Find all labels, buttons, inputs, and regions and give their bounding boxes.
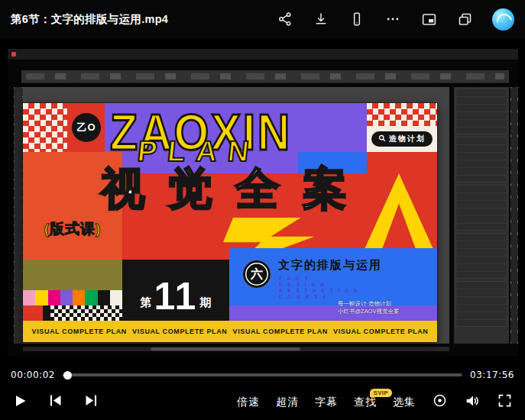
poster-pill-strip: 造物计划 <box>367 126 437 152</box>
lesson-number-circle: 六 <box>243 260 271 288</box>
mobile-button[interactable] <box>348 11 365 27</box>
watermark: 每一帧设计·造物计划 小红书@ZAOV视觉全案 <box>338 300 434 315</box>
color-palette-strip <box>23 290 122 305</box>
black-square <box>43 305 50 321</box>
previous-icon <box>47 393 63 412</box>
download-button[interactable] <box>313 11 329 27</box>
palette-swatch <box>60 290 73 305</box>
issue-suffix: 期 <box>199 293 211 312</box>
panel-box <box>455 89 507 134</box>
footer-band-item: VISUAL COMPLETE PLAN <box>233 328 328 335</box>
panel-box <box>455 281 507 327</box>
top-actions <box>277 8 525 31</box>
poster-checker-bw <box>50 305 122 321</box>
brand-pill-label: 造物计划 <box>389 134 426 144</box>
mini-window-icon <box>457 11 473 27</box>
volume-button[interactable] <box>464 393 481 412</box>
fullscreen-button[interactable] <box>497 393 513 412</box>
top-bar: 第6节：文字的排版与运用.mp4 <box>0 0 525 38</box>
poster-main-title: 视觉全案 <box>101 166 399 212</box>
poster-olive-block <box>23 260 122 290</box>
secondary-controls: 倍速 超清 字幕 查找 SVIP 选集 <box>237 393 513 412</box>
red-square <box>23 305 43 321</box>
playback-controls <box>12 393 99 412</box>
total-time: 03:17:56 <box>470 370 514 380</box>
panel-box <box>455 137 507 183</box>
watermark-line: 每一帧设计·造物计划 <box>338 300 434 308</box>
poster-footer-band: VISUAL COMPLETE PLAN VISUAL COMPLETE PLA… <box>23 321 437 342</box>
footer-band-item: VISUAL COMPLETE PLAN <box>32 328 127 335</box>
panel-box <box>455 185 507 231</box>
canvas-scrollbar <box>23 347 449 351</box>
poster-checker-top-left <box>23 103 67 152</box>
issue-block: 第 11 期 <box>122 260 229 321</box>
more-ellipsis-icon <box>385 11 400 27</box>
poster-left-tag: (版式课) <box>23 219 122 239</box>
target-button[interactable] <box>432 393 448 412</box>
illustrator-canvas: 乙O 造物计划 <box>23 87 449 344</box>
share-button[interactable] <box>277 11 293 27</box>
course-subtitle-line: C O U R S E <box>279 294 359 300</box>
watermark-line: 小红书@ZAOV视觉全案 <box>338 308 434 315</box>
next-button[interactable] <box>83 393 99 412</box>
record-indicator-icon <box>11 52 16 57</box>
footer-band-item: VISUAL COMPLETE PLAN <box>132 328 227 335</box>
poster-checker-top-right <box>367 103 437 126</box>
volume-icon <box>464 393 481 412</box>
course-subtitle-line: A E S T H E T I C S <box>279 288 359 294</box>
play-icon <box>12 393 28 412</box>
palette-swatch <box>85 290 97 305</box>
next-icon <box>83 393 99 412</box>
poster-headline-sub: PLAN <box>136 137 261 166</box>
download-icon <box>313 11 329 27</box>
illustrator-panel-icon-strip <box>510 87 518 344</box>
course-subtitle-line: Z A O V <box>279 276 359 282</box>
progress-row: 00:00:02 03:17:56 <box>0 367 525 383</box>
quality-button[interactable]: 超清 <box>276 396 299 409</box>
video-player-app: 第6节：文字的排版与运用.mp4 <box>0 0 525 420</box>
search-in-video-button[interactable]: 查找 SVIP <box>354 396 377 409</box>
search-icon <box>378 134 386 144</box>
palette-swatch <box>73 290 85 305</box>
poster-artboard: 乙O 造物计划 <box>23 103 437 342</box>
progress-thumb[interactable] <box>63 371 72 380</box>
course-block: 六 文字的排版与运用 Z A O V D E S I G N A E S T H… <box>229 248 437 305</box>
pip-button[interactable] <box>420 11 437 27</box>
video-title: 第6节：文字的排版与运用.mp4 <box>11 12 168 27</box>
share-icon <box>277 11 293 27</box>
course-subtitle-line: D E S I G N <box>279 282 359 288</box>
palette-swatch <box>48 290 60 305</box>
progress-bar[interactable] <box>63 373 462 376</box>
episodes-button[interactable]: 选集 <box>393 396 416 409</box>
palette-swatch <box>110 290 122 305</box>
avatar[interactable] <box>492 8 514 31</box>
current-time: 00:00:02 <box>11 370 55 380</box>
issue-number: 11 <box>154 281 198 312</box>
issue-prefix: 第 <box>141 293 152 312</box>
poster-bottom-left-row <box>23 305 122 321</box>
mini-window-button[interactable] <box>456 11 473 27</box>
panel-box <box>455 233 507 279</box>
zao-logo: 乙O <box>72 113 101 142</box>
course-subtitle: Z A O V D E S I G N A E S T H E T I C S … <box>279 276 359 300</box>
course-title: 文字的排版与运用 <box>278 258 382 273</box>
footer-band-item: VISUAL COMPLETE PLAN <box>333 328 428 335</box>
speed-button[interactable]: 倍速 <box>237 396 260 409</box>
more-button[interactable] <box>384 11 401 27</box>
palette-swatch <box>35 290 47 305</box>
picture-in-picture-icon <box>421 11 437 27</box>
palette-swatch <box>23 290 35 305</box>
brand-pill: 造物计划 <box>371 131 433 147</box>
illustrator-window: 乙O 造物计划 <box>8 49 518 356</box>
palette-swatch <box>98 290 110 305</box>
search-in-video-label: 查找 <box>354 396 377 408</box>
previous-button[interactable] <box>47 393 63 412</box>
illustrator-titlebar <box>8 49 518 60</box>
subtitles-button[interactable]: 字幕 <box>315 396 338 409</box>
mobile-phone-icon <box>349 11 365 27</box>
illustrator-control-bar <box>21 70 509 83</box>
illustrator-right-panels <box>454 87 509 344</box>
play-button[interactable] <box>12 393 28 412</box>
video-frame[interactable]: 乙O 造物计划 <box>0 38 525 367</box>
control-bar: 倍速 超清 字幕 查找 SVIP 选集 <box>0 384 525 420</box>
